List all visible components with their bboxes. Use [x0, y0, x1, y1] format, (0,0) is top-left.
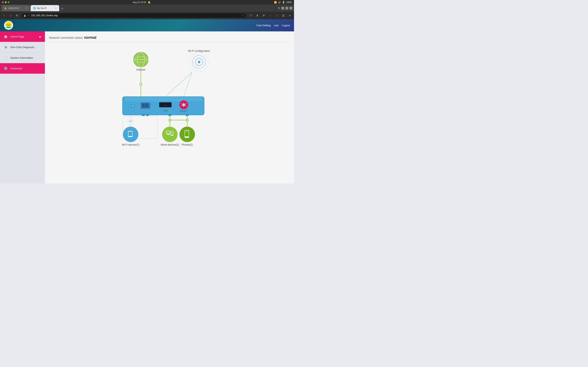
url-shield-icon: 🛡	[27, 14, 30, 17]
sidebar-item-advanced-label: Advanced	[10, 67, 22, 70]
volume-icon: 🔊	[278, 1, 281, 4]
url-field[interactable]: 🔒 🛡 192.168.100.1/index.asp ☆	[21, 13, 247, 18]
tab-lock-icon: 🔒	[4, 7, 7, 9]
svg-rect-35	[142, 114, 145, 116]
url-text: 192.168.100.1/index.asp	[31, 14, 58, 17]
svg-text:Wi-Fi configuration: Wi-Fi configuration	[188, 49, 210, 52]
network-status-bar: Network connection status: normal	[49, 35, 290, 42]
tab-globe-icon: 🌐	[33, 7, 36, 9]
svg-point-22	[132, 105, 134, 107]
home-chevron-icon: ▶	[39, 35, 41, 38]
ublock-icon[interactable]: U	[274, 13, 279, 18]
router-ui: my.t Fast Setting root Logout 🏠 Home Pag…	[0, 19, 294, 184]
fast-setting-link[interactable]: Fast Setting	[256, 24, 270, 27]
svg-rect-63	[171, 132, 173, 135]
close-dot[interactable]	[2, 1, 4, 3]
svg-rect-20	[125, 97, 202, 101]
win-close-button[interactable]	[290, 7, 292, 9]
svg-point-58	[162, 127, 178, 142]
svg-text:Wired devices(2): Wired devices(2)	[161, 143, 179, 146]
svg-point-56	[130, 136, 131, 137]
wifi-icon: 📶	[274, 1, 277, 4]
svg-point-16	[140, 83, 142, 85]
network-status-label: Network connection status:	[49, 36, 83, 39]
battery-icon: 🔋	[282, 1, 285, 4]
svg-text:USB: USB	[163, 109, 168, 112]
diagram-area: Internet Wi-Fi configuration	[49, 46, 290, 160]
battery-level: 100%	[286, 1, 292, 3]
svg-rect-25	[145, 103, 148, 108]
shield-icon[interactable]: 🛡	[248, 13, 253, 18]
user-link[interactable]: root	[274, 24, 278, 27]
header-nav: Fast Setting root Logout	[256, 24, 290, 27]
svg-rect-55	[129, 132, 132, 136]
sidebar-item-diagnosis-label: One-Click Diagnosis	[10, 46, 34, 49]
svg-rect-36	[146, 114, 149, 116]
url-bar-row: ‹ › ↻ 🔒 🛡 192.168.100.1/index.asp ☆ 🛡 ⬇ …	[0, 12, 294, 19]
network-status-value: normal	[84, 35, 96, 40]
svg-text:my.t: my.t	[7, 24, 10, 26]
clock-icon: 🕐	[4, 56, 8, 60]
forward-button[interactable]: ›	[8, 13, 13, 18]
browser-window-controls: ▼	[278, 7, 292, 9]
back-button[interactable]: ‹	[2, 13, 7, 18]
sidebar-item-home-label: Home Page	[10, 35, 24, 38]
tabs-area: 🔒 HG8145V5 ✕ 🌐 My No-IP ✕ +	[2, 5, 277, 11]
tab-hg8145v5-label: HG8145V5	[8, 7, 19, 9]
svg-rect-24	[142, 103, 145, 108]
download-icon[interactable]: ⬇	[255, 13, 260, 18]
datetime-display: Aug 15 15:53	[133, 1, 146, 3]
minimize-dot[interactable]	[5, 1, 7, 3]
pocket-icon[interactable]: P	[261, 13, 266, 18]
svg-rect-38	[186, 114, 189, 116]
logo-svg: my.t	[4, 21, 13, 30]
menu-icon[interactable]: ≡	[287, 13, 292, 18]
os-time: Aug 15 15:53 🔔	[133, 1, 150, 4]
logout-link[interactable]: Logout	[282, 24, 290, 27]
diagnosis-icon: ⊕	[4, 45, 8, 49]
tab-my-no-ip-label: My No-IP	[37, 7, 47, 9]
svg-text:—: —	[164, 104, 166, 106]
network-diagram-svg: Internet Wi-Fi configuration	[106, 46, 233, 160]
svg-line-74	[184, 72, 192, 97]
tab-hg8145v5[interactable]: 🔒 HG8145V5 ✕	[2, 5, 30, 11]
browser-tab-bar: 🔒 HG8145V5 ✕ 🌐 My No-IP ✕ + ▼	[0, 4, 294, 12]
svg-point-68	[186, 137, 187, 137]
main-layout: 🏠 Home Page ▶ ⊕ One-Click Diagnosis 🕐 Sy…	[0, 31, 294, 184]
svg-text:Phones(1): Phones(1)	[182, 143, 193, 146]
dropdown-icon[interactable]: ▼	[278, 7, 280, 9]
share-icon[interactable]: ↑	[268, 13, 273, 18]
main-content: Network connection status: normal Intern…	[45, 31, 294, 184]
win-minimize-button[interactable]	[281, 7, 284, 9]
sidebar-item-home[interactable]: 🏠 Home Page ▶	[0, 31, 45, 42]
sidebar-item-advanced[interactable]: ⚙️ Advanced	[0, 63, 45, 74]
router-header: my.t Fast Setting root Logout	[0, 19, 294, 31]
home-icon: 🏠	[4, 35, 8, 39]
svg-point-40	[130, 120, 131, 122]
svg-rect-60	[167, 131, 170, 133]
reader-icon[interactable]: ☰	[281, 13, 286, 18]
sidebar-item-system-info[interactable]: 🕐 System Information	[0, 53, 45, 63]
sidebar-item-diagnosis[interactable]: ⊕ One-Click Diagnosis	[0, 42, 45, 53]
os-window-controls	[2, 1, 9, 3]
svg-point-10	[198, 61, 200, 63]
notification-bell-icon: 🔔	[148, 1, 151, 4]
os-top-bar: Aug 15 15:53 🔔 📶 🔊 🔋 100%	[0, 0, 294, 4]
svg-rect-37	[168, 114, 171, 116]
toolbar-icons: 🛡 ⬇ P ↑ U ☰ ≡	[248, 13, 292, 18]
new-tab-button[interactable]: +	[60, 6, 65, 11]
maximize-dot[interactable]	[8, 1, 9, 3]
logo: my.t	[4, 21, 13, 30]
reload-button[interactable]: ↻	[15, 13, 20, 18]
url-star-icon[interactable]: ☆	[242, 14, 244, 17]
tab-my-no-ip[interactable]: 🌐 My No-IP ✕	[31, 5, 59, 11]
os-status-icons: 📶 🔊 🔋 100%	[274, 1, 292, 4]
url-lock-icon: 🔒	[24, 14, 26, 17]
svg-text:RESET: RESET	[180, 110, 188, 112]
sidebar-item-system-info-label: System Information	[10, 56, 33, 59]
tab-hg8145v5-close[interactable]: ✕	[26, 7, 28, 9]
win-restore-button[interactable]	[285, 7, 288, 9]
tab-my-no-ip-close[interactable]: ✕	[55, 7, 57, 9]
gear-icon: ⚙️	[4, 67, 8, 70]
svg-rect-61	[167, 134, 169, 135]
